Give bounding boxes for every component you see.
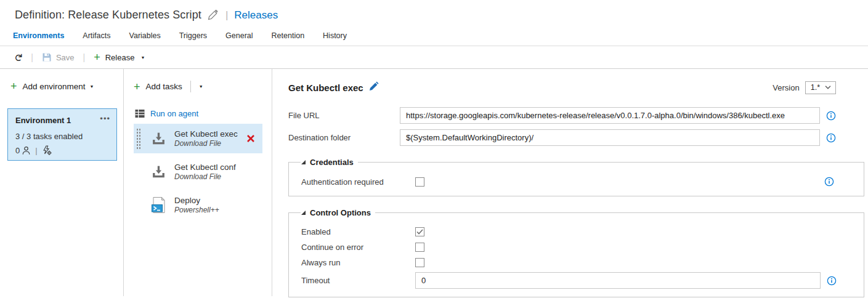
chevron-down-icon: ▼ bbox=[140, 55, 145, 60]
release-button[interactable]: + Release ▼ bbox=[94, 52, 145, 63]
save-label: Save bbox=[56, 53, 75, 62]
deployment-trigger-icon[interactable] bbox=[42, 145, 52, 155]
control-options-section-header[interactable]: Control Options bbox=[301, 208, 375, 217]
environments-panel: + Add environment ▼ Environment 1 ••• 3 … bbox=[0, 69, 124, 296]
download-file-icon bbox=[150, 164, 167, 180]
task-editor-title: Get Kubectl exec bbox=[288, 83, 363, 93]
tab-retention[interactable]: Retention bbox=[272, 30, 305, 46]
chevron-down-icon bbox=[825, 86, 831, 89]
add-tasks-button[interactable]: + Add tasks ▼ bbox=[134, 81, 272, 92]
meta-separator: | bbox=[35, 146, 37, 155]
chevron-down-icon[interactable]: ▼ bbox=[199, 84, 203, 89]
task-list: Get Kubectl exec Download File Get Kubec… bbox=[134, 124, 272, 220]
run-on-agent-header[interactable]: Run on agent bbox=[134, 109, 272, 118]
releases-link[interactable]: Releases bbox=[234, 9, 278, 22]
destination-folder-label: Destination folder bbox=[288, 133, 400, 142]
credentials-section-header[interactable]: Credentials bbox=[301, 158, 358, 167]
drag-handle[interactable] bbox=[136, 128, 141, 149]
page-header: Definition: Release Kubernetes Script | … bbox=[0, 0, 868, 22]
edit-definition-name-icon[interactable] bbox=[208, 10, 218, 20]
release-label: Release bbox=[105, 53, 135, 62]
task-item-deploy[interactable]: Deploy Powershell++ bbox=[134, 190, 262, 220]
control-options-title: Control Options bbox=[310, 208, 371, 217]
delete-task-icon[interactable] bbox=[246, 134, 255, 143]
person-icon[interactable] bbox=[22, 146, 31, 155]
plus-icon: + bbox=[134, 81, 140, 92]
credentials-title: Credentials bbox=[310, 158, 354, 167]
timeout-input[interactable] bbox=[415, 272, 821, 289]
task-type: Powershell++ bbox=[174, 206, 219, 214]
toolbar-separator: | bbox=[83, 52, 86, 62]
authentication-required-label: Authentication required bbox=[301, 177, 415, 187]
rename-task-icon[interactable] bbox=[369, 81, 379, 91]
title-separator: | bbox=[225, 9, 228, 22]
collapse-triangle-icon bbox=[301, 211, 306, 215]
refresh-icon[interactable]: ↻ bbox=[13, 53, 23, 62]
version-select[interactable]: 1.* bbox=[805, 81, 836, 94]
tasks-panel: + Add tasks ▼ Run on agent Get Kubectl e… bbox=[124, 69, 272, 296]
tab-triggers[interactable]: Triggers bbox=[179, 30, 207, 46]
tab-variables[interactable]: Variables bbox=[129, 30, 161, 46]
page-title: Definition: Release Kubernetes Script bbox=[15, 9, 201, 22]
always-run-checkbox[interactable] bbox=[415, 258, 424, 267]
task-type: Download File bbox=[174, 139, 238, 148]
split-button-divider bbox=[190, 81, 191, 92]
authentication-required-checkbox[interactable] bbox=[415, 177, 424, 187]
save-icon bbox=[42, 52, 52, 62]
save-button[interactable]: Save bbox=[42, 52, 75, 62]
download-file-icon bbox=[150, 131, 167, 147]
add-tasks-label: Add tasks bbox=[146, 82, 182, 91]
info-icon[interactable] bbox=[824, 177, 834, 187]
tab-general[interactable]: General bbox=[225, 30, 253, 46]
powershell-file-icon bbox=[150, 196, 167, 214]
agent-queue-icon bbox=[135, 109, 145, 118]
file-url-label: File URL bbox=[288, 111, 400, 120]
add-environment-label: Add environment bbox=[23, 82, 86, 91]
add-environment-button[interactable]: + Add environment ▼ bbox=[10, 81, 123, 92]
command-bar: ↻ | Save | + Release ▼ bbox=[0, 46, 868, 69]
task-name: Get Kubectl exec bbox=[174, 129, 238, 139]
control-options-section: Control Options Enabled Continue on erro… bbox=[288, 208, 864, 297]
task-editor-panel: Get Kubectl exec Version 1.* File URL bbox=[272, 69, 868, 296]
task-name: Get Kubectl conf bbox=[174, 163, 236, 172]
task-type: Download File bbox=[174, 172, 236, 181]
tab-artifacts[interactable]: Artifacts bbox=[83, 30, 110, 46]
info-icon[interactable] bbox=[826, 111, 836, 121]
tab-history[interactable]: History bbox=[323, 30, 347, 46]
enabled-checkbox[interactable] bbox=[415, 227, 424, 236]
main-content: + Add environment ▼ Environment 1 ••• 3 … bbox=[0, 69, 868, 296]
enabled-label: Enabled bbox=[301, 227, 415, 236]
info-icon[interactable] bbox=[826, 133, 836, 143]
toolbar-separator: | bbox=[31, 52, 33, 62]
tab-environments[interactable]: Environments bbox=[13, 30, 64, 46]
plus-icon: + bbox=[10, 81, 17, 92]
file-url-input[interactable] bbox=[400, 107, 820, 124]
timeout-label: Timeout bbox=[301, 276, 415, 285]
version-label: Version bbox=[773, 83, 799, 92]
plus-icon: + bbox=[94, 52, 100, 63]
collapse-triangle-icon bbox=[301, 160, 306, 164]
run-on-agent-label: Run on agent bbox=[150, 109, 198, 118]
credentials-section: Credentials Authentication required bbox=[288, 158, 864, 196]
continue-on-error-label: Continue on error bbox=[301, 243, 415, 252]
environment-name: Environment 1 bbox=[15, 116, 71, 125]
task-item-get-kubectl-exec[interactable]: Get Kubectl exec Download File bbox=[134, 124, 262, 153]
always-run-label: Always run bbox=[301, 258, 415, 267]
approvals-count: 0 bbox=[15, 146, 20, 155]
task-name: Deploy bbox=[174, 196, 219, 205]
environment-card[interactable]: Environment 1 ••• 3 / 3 tasks enabled 0 … bbox=[7, 108, 117, 161]
environment-tasks-summary: 3 / 3 tasks enabled bbox=[15, 132, 110, 141]
task-item-get-kubectl-conf[interactable]: Get Kubectl conf Download File bbox=[134, 157, 262, 187]
chevron-down-icon: ▼ bbox=[90, 84, 94, 89]
info-icon[interactable] bbox=[827, 276, 837, 286]
destination-folder-input[interactable] bbox=[400, 129, 820, 146]
continue-on-error-checkbox[interactable] bbox=[415, 243, 424, 252]
version-value: 1.* bbox=[811, 83, 820, 92]
tab-bar: Environments Artifacts Variables Trigger… bbox=[0, 30, 868, 46]
